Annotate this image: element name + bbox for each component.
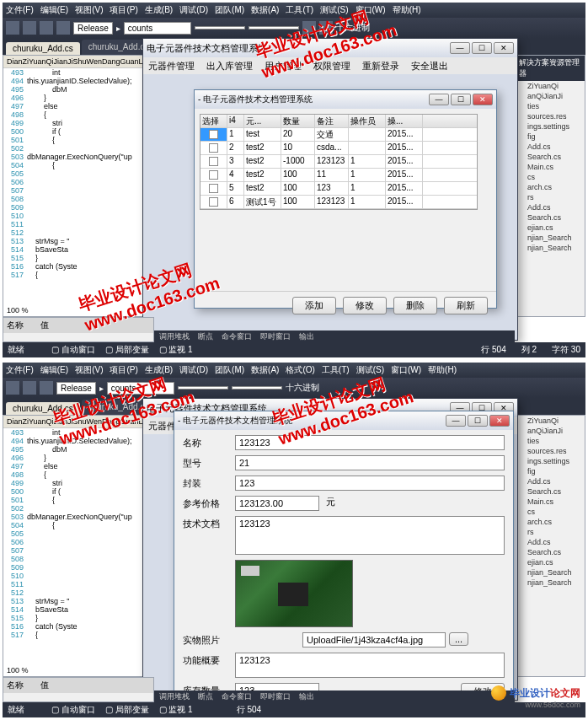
menu-help[interactable]: 帮助(H) — [393, 4, 421, 16]
add-button[interactable]: 添加 — [292, 297, 336, 314]
menu-exit[interactable]: 安全退出 — [411, 60, 448, 73]
hex-label[interactable]: 十六进制 — [336, 22, 370, 34]
tab-locals[interactable]: 局部变量 — [115, 345, 149, 354]
code-editor[interactable]: DianZiYuanQiJianJiShuWenDangGuanLiXiTong… — [3, 55, 154, 317]
step-icon[interactable] — [302, 21, 316, 35]
col-comp[interactable]: 元... — [244, 115, 281, 127]
dlg-max-button[interactable]: ☐ — [451, 94, 471, 105]
input-doc[interactable]: 123123 — [235, 516, 505, 555]
input-price[interactable]: 123123.00 — [235, 496, 319, 511]
col-id[interactable]: i4 — [227, 115, 244, 127]
table-row[interactable]: 1test20交通2015... — [200, 128, 477, 142]
data-grid[interactable]: 选择 i4 元... 数量 备注 操作员 操... 1test20交通2015.… — [200, 114, 478, 210]
table-row[interactable]: 3test2-100012312312015... — [200, 155, 477, 169]
menu-window[interactable]: 窗口(W) — [355, 4, 386, 16]
dlg-close-button[interactable]: ✕ — [473, 94, 493, 105]
run-icon[interactable] — [40, 381, 53, 395]
menu-tools[interactable]: 工具(T) — [286, 4, 313, 16]
table-row[interactable]: 4test21001112015... — [200, 169, 477, 182]
browse-button[interactable]: ... — [449, 632, 468, 646]
locals-panel[interactable]: 名称值 — [3, 677, 154, 702]
hex-label[interactable]: 十六进制 — [286, 382, 319, 394]
locals-panel[interactable]: 名称值 — [3, 317, 154, 342]
tab-autos[interactable]: 自动窗口 — [61, 345, 95, 354]
vs-toolbar: Release ▸ counts 十六进制 — [3, 18, 585, 38]
save-icon[interactable] — [40, 21, 53, 35]
dlg-close-button[interactable]: ✕ — [489, 415, 510, 427]
menu-relogin[interactable]: 重新登录 — [362, 60, 399, 73]
open-icon[interactable] — [23, 21, 36, 35]
target-select[interactable]: counts — [124, 22, 191, 35]
menu-inout[interactable]: 出入库管理 — [206, 60, 253, 73]
col-op[interactable]: 操作员 — [349, 115, 386, 127]
menu-data[interactable]: 数据(A) — [251, 4, 279, 16]
zoom-level[interactable]: 100 % — [7, 306, 29, 314]
empty-select-2[interactable] — [249, 26, 299, 30]
menu-project[interactable]: 项目(P) — [110, 4, 137, 16]
dlg-max-button[interactable]: ☐ — [468, 415, 488, 427]
step2-icon[interactable] — [319, 21, 333, 35]
save-icon[interactable] — [23, 381, 36, 395]
tab-active[interactable]: churuku_Add.cs — [6, 402, 80, 415]
col-date[interactable]: 操... — [386, 115, 423, 127]
menu-user[interactable]: 用户管理 — [265, 60, 302, 73]
table-row[interactable]: 6测试1号10012312312015... — [200, 196, 477, 209]
tab-callstack[interactable]: 调用堆栈 — [159, 331, 190, 342]
table-row[interactable]: 2test210csda...2015... — [200, 142, 477, 155]
solution-explorer[interactable]: ZiYuanQianQiJianJitiessources.resings.se… — [515, 415, 585, 677]
solution-explorer[interactable]: 解决方案资源管理器 ZiYuanQianQiJianJitiessources.… — [515, 55, 585, 317]
tab-immediate[interactable]: 即时窗口 — [260, 331, 291, 342]
input-model[interactable]: 21 — [235, 455, 505, 470]
dialog-titlebar[interactable]: - 电子元器件技术文档管理系统 — ☐ ✕ — [195, 90, 496, 109]
empty-select-1[interactable] — [195, 26, 245, 30]
target-select[interactable]: counts — [107, 382, 174, 395]
empty-select[interactable] — [232, 386, 282, 390]
col-qty[interactable]: 数量 — [281, 115, 315, 127]
new-icon[interactable] — [6, 381, 19, 395]
input-photo-path[interactable]: UploadFile/1j43kza4cf4a.jpg — [302, 632, 446, 647]
dlg-min-button[interactable]: — — [429, 94, 449, 105]
input-name[interactable]: 123123 — [235, 435, 505, 450]
tab-command[interactable]: 命令窗口 — [222, 331, 252, 342]
code-editor[interactable]: DianZiYuanQiJianJiShuWenDangGuanLiXiTong… — [3, 415, 154, 677]
menu-debug[interactable]: 调试(D) — [179, 4, 208, 16]
tab-watch[interactable]: 监视 1 — [168, 345, 192, 354]
menu-team[interactable]: 团队(M) — [215, 4, 244, 16]
dialog-titlebar[interactable]: - 电子元器件技术文档管理系统 —☐✕ — [174, 411, 513, 430]
run-icon[interactable] — [56, 21, 70, 35]
menu-view[interactable]: 视图(V) — [75, 4, 103, 16]
col-note[interactable]: 备注 — [315, 115, 349, 127]
col-select[interactable]: 选择 — [200, 115, 227, 127]
input-package[interactable]: 123 — [235, 476, 505, 491]
menu-test[interactable]: 测试(S) — [320, 4, 348, 16]
menu-build[interactable]: 生成(B) — [145, 4, 173, 16]
vs-main-menu[interactable]: 文件(F) 编辑(E) 视图(V) 项目(P) 生成(B) 调试(D) 团队(M… — [3, 3, 585, 18]
delete-button[interactable]: 删除 — [393, 297, 437, 314]
new-icon[interactable] — [6, 21, 19, 35]
tab-output[interactable]: 输出 — [299, 331, 314, 342]
edit-button[interactable]: 修改 — [343, 297, 387, 314]
menu-component[interactable]: 元器件管理 — [148, 60, 195, 73]
tab-breakpoints[interactable]: 断点 — [198, 331, 213, 342]
app-titlebar[interactable]: 电子元器件技术文档管理系统 — ☐ ✕ — [143, 39, 517, 57]
empty-select[interactable] — [178, 386, 228, 390]
maximize-button[interactable]: ☐ — [472, 42, 492, 54]
code-breadcrumb[interactable]: DianZiYuanQiJianJiShuWenDangGuanLiXiTong… — [3, 56, 153, 68]
status-line: 行 504 — [481, 344, 505, 356]
dlg-min-button[interactable]: — — [446, 415, 466, 427]
config-select[interactable]: Release — [56, 382, 96, 395]
menu-edit[interactable]: 编辑(E) — [40, 4, 68, 16]
code-breadcrumb[interactable]: DianZiYuanQiJianJiShuWenDangGuanLiXiTong… — [3, 416, 153, 428]
input-func[interactable]: 123123 — [235, 653, 505, 678]
app-main-window: 电子元器件技术文档管理系统 — ☐ ✕ 元器件管理 出入库管理 用户管理 权限管… — [142, 38, 518, 341]
tab-active[interactable]: churuku_Add.cs — [6, 42, 80, 55]
menu-perm[interactable]: 权限管理 — [313, 60, 350, 73]
zoom-level[interactable]: 100 % — [7, 666, 29, 674]
minimize-button[interactable]: — — [450, 42, 470, 54]
close-button[interactable]: ✕ — [494, 42, 514, 54]
refresh-button[interactable]: 刷新 — [444, 297, 488, 314]
vs-main-menu[interactable]: 文件(F)编辑(E)视图(V)项目(P)生成(B)调试(D)团队(M)数据(A)… — [3, 363, 585, 378]
config-select[interactable]: Release — [73, 22, 113, 35]
table-row[interactable]: 5test210012312015... — [200, 182, 477, 196]
menu-file[interactable]: 文件(F) — [6, 4, 34, 16]
